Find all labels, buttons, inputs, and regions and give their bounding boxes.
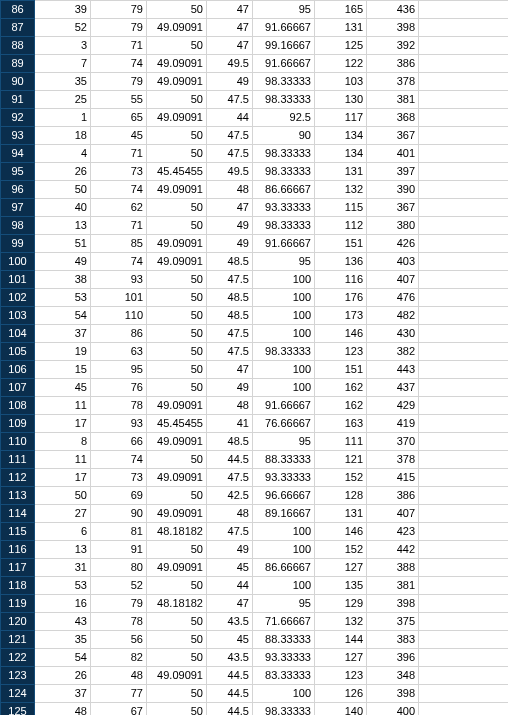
cell-empty[interactable]	[419, 235, 509, 253]
cell[interactable]: 380	[367, 217, 419, 235]
cell[interactable]: 49.09091	[147, 181, 207, 199]
cell[interactable]: 152	[315, 469, 367, 487]
cell[interactable]: 396	[367, 649, 419, 667]
cell[interactable]: 131	[315, 163, 367, 181]
cell[interactable]: 67	[91, 703, 147, 716]
cell[interactable]: 13	[35, 217, 91, 235]
cell[interactable]: 101	[91, 289, 147, 307]
cell[interactable]: 44.5	[207, 685, 253, 703]
cell[interactable]: 48	[207, 397, 253, 415]
cell[interactable]: 71	[91, 217, 147, 235]
cell[interactable]: 77	[91, 685, 147, 703]
row-header[interactable]: 86	[1, 1, 35, 19]
cell[interactable]: 50	[147, 289, 207, 307]
cell[interactable]: 397	[367, 163, 419, 181]
cell[interactable]: 398	[367, 595, 419, 613]
cell-empty[interactable]	[419, 523, 509, 541]
cell[interactable]: 50	[147, 91, 207, 109]
cell[interactable]: 383	[367, 631, 419, 649]
cell[interactable]: 98.33333	[253, 91, 315, 109]
row-header[interactable]: 92	[1, 109, 35, 127]
cell[interactable]: 162	[315, 397, 367, 415]
cell[interactable]: 66	[91, 433, 147, 451]
row-header[interactable]: 105	[1, 343, 35, 361]
cell[interactable]: 93	[91, 415, 147, 433]
cell-empty[interactable]	[419, 37, 509, 55]
row-header[interactable]: 122	[1, 649, 35, 667]
cell[interactable]: 45	[91, 127, 147, 145]
cell-empty[interactable]	[419, 271, 509, 289]
cell[interactable]: 81	[91, 523, 147, 541]
cell[interactable]: 50	[147, 37, 207, 55]
cell[interactable]: 49	[207, 541, 253, 559]
cell[interactable]: 48	[91, 667, 147, 685]
cell[interactable]: 116	[315, 271, 367, 289]
cell[interactable]: 50	[35, 181, 91, 199]
cell[interactable]: 49.09091	[147, 469, 207, 487]
cell[interactable]: 88.33333	[253, 631, 315, 649]
cell[interactable]: 100	[253, 685, 315, 703]
cell[interactable]: 15	[35, 361, 91, 379]
cell[interactable]: 115	[315, 199, 367, 217]
cell[interactable]: 69	[91, 487, 147, 505]
cell[interactable]: 110	[91, 307, 147, 325]
cell[interactable]: 443	[367, 361, 419, 379]
row-header[interactable]: 89	[1, 55, 35, 73]
cell[interactable]: 99.16667	[253, 37, 315, 55]
cell[interactable]: 132	[315, 181, 367, 199]
cell[interactable]: 43	[35, 613, 91, 631]
cell[interactable]: 134	[315, 127, 367, 145]
cell[interactable]: 48	[35, 703, 91, 716]
row-header[interactable]: 119	[1, 595, 35, 613]
row-header[interactable]: 121	[1, 631, 35, 649]
cell[interactable]: 423	[367, 523, 419, 541]
cell-empty[interactable]	[419, 199, 509, 217]
cell[interactable]: 407	[367, 271, 419, 289]
cell[interactable]: 95	[253, 433, 315, 451]
cell[interactable]: 43.5	[207, 649, 253, 667]
row-header[interactable]: 125	[1, 703, 35, 716]
cell[interactable]: 348	[367, 667, 419, 685]
row-header[interactable]: 99	[1, 235, 35, 253]
row-header[interactable]: 101	[1, 271, 35, 289]
row-header[interactable]: 110	[1, 433, 35, 451]
cell[interactable]: 93	[91, 271, 147, 289]
cell-empty[interactable]	[419, 361, 509, 379]
cell[interactable]: 436	[367, 1, 419, 19]
cell[interactable]: 37	[35, 325, 91, 343]
cell[interactable]: 48.18182	[147, 595, 207, 613]
cell-empty[interactable]	[419, 595, 509, 613]
cell[interactable]: 47.5	[207, 127, 253, 145]
cell[interactable]: 85	[91, 235, 147, 253]
cell[interactable]: 100	[253, 541, 315, 559]
cell[interactable]: 11	[35, 451, 91, 469]
cell[interactable]: 426	[367, 235, 419, 253]
cell[interactable]: 47	[207, 199, 253, 217]
cell[interactable]: 7	[35, 55, 91, 73]
cell[interactable]: 74	[91, 181, 147, 199]
cell[interactable]: 93.33333	[253, 469, 315, 487]
cell-empty[interactable]	[419, 397, 509, 415]
cell[interactable]: 122	[315, 55, 367, 73]
row-header[interactable]: 96	[1, 181, 35, 199]
cell[interactable]: 49	[207, 235, 253, 253]
cell[interactable]: 79	[91, 595, 147, 613]
cell[interactable]: 11	[35, 397, 91, 415]
cell[interactable]: 49.09091	[147, 667, 207, 685]
cell[interactable]: 49	[207, 217, 253, 235]
cell[interactable]: 117	[315, 109, 367, 127]
cell[interactable]: 398	[367, 685, 419, 703]
cell-empty[interactable]	[419, 1, 509, 19]
cell[interactable]: 382	[367, 343, 419, 361]
cell[interactable]: 18	[35, 127, 91, 145]
cell[interactable]: 50	[147, 379, 207, 397]
row-header[interactable]: 102	[1, 289, 35, 307]
cell[interactable]: 134	[315, 145, 367, 163]
cell[interactable]: 47.5	[207, 145, 253, 163]
cell[interactable]: 49.09091	[147, 19, 207, 37]
cell[interactable]: 176	[315, 289, 367, 307]
cell[interactable]: 47	[207, 1, 253, 19]
row-header[interactable]: 87	[1, 19, 35, 37]
cell[interactable]: 8	[35, 433, 91, 451]
cell[interactable]: 17	[35, 415, 91, 433]
